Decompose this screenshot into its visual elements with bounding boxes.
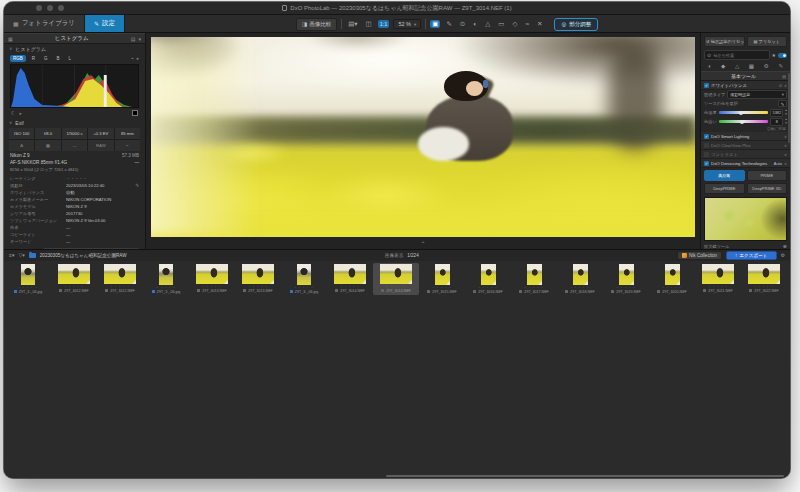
light-icon[interactable]: ◐ — [708, 63, 711, 69]
thumbnail[interactable] — [297, 264, 311, 285]
zoom-select[interactable]: 52 %▾ — [393, 19, 421, 29]
thumbnail[interactable] — [435, 264, 450, 285]
filmstrip-item[interactable]: ・・・・・ Z9T_3-_06.jpg — [143, 263, 189, 295]
expand-icon[interactable]: ▸ — [137, 56, 139, 61]
thumbnail[interactable] — [527, 264, 542, 285]
thumbnail[interactable] — [21, 264, 35, 285]
filmstrip-item[interactable]: ・・・・・ Z9T_3014.NEF — [327, 263, 373, 295]
thumbnail[interactable] — [104, 264, 136, 284]
thumbnail[interactable] — [334, 264, 366, 284]
right-panel-scrollbar[interactable] — [788, 73, 790, 143]
horizon-tool-icon[interactable]: △ — [483, 20, 492, 29]
histogram-section-row[interactable]: ∨ ヒストグラム — [4, 44, 145, 53]
filmstrip-item[interactable]: ・・・・・ Z9T_3022.NEF — [741, 263, 787, 295]
filmstrip-item[interactable]: ・・・・・ Z9T_3-_06.jpg — [281, 263, 327, 295]
sort-icon[interactable]: ≡▾ — [9, 252, 14, 258]
search-input[interactable] — [713, 53, 766, 58]
tint-value[interactable]: 8 — [770, 118, 783, 126]
denoise-preview[interactable] — [704, 197, 787, 241]
gear-icon[interactable]: ⚙ — [764, 63, 769, 69]
reset-corrections-button[interactable]: ↺ 補正設定のリセット — [704, 36, 745, 47]
one-to-one-button[interactable]: 1:1 — [378, 20, 390, 28]
filmstrip-item[interactable]: ・・・・・ Z9T_3020.NEF — [649, 263, 695, 295]
contrast-section[interactable]: コントラスト ∨ — [701, 150, 790, 159]
filmstrip-item[interactable]: ・・・・・ Z9T_3012.NEF — [97, 263, 143, 295]
channel-r[interactable]: R — [29, 55, 38, 62]
thumbnail[interactable] — [481, 264, 496, 285]
denoise-auto-tag[interactable]: Auto — [774, 161, 782, 166]
tint-slider[interactable] — [719, 120, 769, 123]
mode-deepprime[interactable]: DeepPRIME — [704, 183, 745, 194]
highlight-clip-swatch[interactable] — [132, 110, 138, 116]
current-folder[interactable]: 20230305なるはちゃん昭和記念公園RAW — [40, 253, 127, 258]
filmstrip-item[interactable]: ・・・・・ Z9T_3012.NEF — [51, 263, 97, 295]
wrench-icon[interactable]: ✎ — [778, 63, 783, 69]
basic-tools-header[interactable]: 基本ツール ▤ — [701, 71, 790, 81]
lighting-type-dropdown[interactable]: 撮影時設定▾ — [727, 90, 787, 99]
zoom-button[interactable] — [58, 5, 64, 11]
filter-funnel-icon[interactable]: ▽▾ — [18, 252, 24, 258]
thumbnail[interactable] — [573, 264, 588, 285]
detail-icon[interactable]: △ — [735, 63, 739, 69]
thumbnail[interactable] — [380, 264, 412, 284]
filmstrip-item[interactable]: ・・・・・ Z9T_3-_06.jpg — [5, 263, 51, 295]
filmstrip-item[interactable]: ・・・・・ Z9T_3017.NEF — [511, 263, 557, 295]
close-button[interactable] — [36, 5, 42, 11]
mode-prime[interactable]: PRIME — [747, 170, 788, 181]
channel-b[interactable]: B — [54, 55, 63, 62]
clipping-icon[interactable]: ◓ — [131, 56, 134, 61]
tab-customize[interactable]: ✎ 設定 — [85, 15, 125, 32]
split-view-icon[interactable]: ◫ — [364, 20, 374, 29]
minimize-button[interactable] — [47, 5, 53, 11]
redeye-tool-icon[interactable]: ⊙ — [458, 20, 467, 29]
thumbnail[interactable] — [242, 264, 274, 284]
temp-stepper[interactable]: ▴▾ — [785, 109, 787, 116]
filmstrip-item[interactable]: ・・・・・ Z9T_3013.NEF — [235, 263, 281, 295]
edit-pencil-icon[interactable]: ✎ — [135, 183, 139, 188]
mode-hq[interactable]: 高品質 — [704, 170, 745, 181]
channel-l[interactable]: L — [66, 55, 75, 62]
eyedropper-icon[interactable]: ✎ — [778, 100, 787, 107]
magnifier-icon[interactable]: ⊕ — [783, 243, 787, 249]
photo-canvas[interactable] — [151, 37, 695, 237]
local-adjust-button[interactable]: ◎部分調整 — [554, 18, 598, 31]
mode-deepprime-xd[interactable]: DeepPRIME XD — [747, 183, 788, 194]
thumbnail[interactable] — [159, 264, 173, 285]
correction-search[interactable]: ⊙ — [704, 50, 770, 60]
thumbnail[interactable] — [702, 264, 734, 284]
blur-tool-icon[interactable]: ≈ — [523, 20, 531, 29]
channel-g[interactable]: G — [41, 55, 51, 62]
favorite-star-icon[interactable]: ★ — [772, 52, 776, 58]
view-mode-icon[interactable]: ▤▾ — [346, 20, 359, 29]
menu-icon[interactable]: ▤ — [131, 36, 136, 42]
temp-slider[interactable] — [719, 111, 769, 114]
color-icon[interactable]: ◆ — [721, 63, 725, 69]
geometry-icon[interactable]: ▦ — [749, 63, 754, 69]
filmstrip-scrollbar[interactable] — [386, 475, 784, 477]
thumbnail[interactable] — [619, 264, 634, 285]
filmstrip-item[interactable]: ・・・・・ Z9T_3019.NEF — [603, 263, 649, 295]
tint-stepper[interactable]: ▴▾ — [785, 118, 787, 125]
filmstrip-item[interactable]: ・・・・・ Z9T_3015.NEF — [419, 263, 465, 295]
filmstrip-item[interactable]: ・・・・・ Z9T_3018.NEF — [557, 263, 603, 295]
temp-value[interactable]: 5382 — [770, 109, 783, 117]
clone-tool-icon[interactable]: ◇ — [510, 20, 519, 29]
channel-rgb[interactable]: RGB — [10, 55, 26, 62]
active-corrections-toggle[interactable] — [778, 53, 787, 58]
wb-reset-icon[interactable]: ↺ — [779, 83, 782, 88]
thumbnail[interactable] — [748, 264, 780, 284]
denoise-section[interactable]: ✓ DxO Denoising Technologies Auto ∨ — [701, 159, 790, 168]
crop-tool-icon[interactable]: ▣ — [430, 20, 440, 29]
filmstrip-item[interactable]: ・・・・・ Z9T_3021.NEF — [695, 263, 741, 295]
filmstrip-item[interactable]: ・・・・・ Z9T_3014.NEF — [373, 263, 419, 295]
white-balance-section[interactable]: ✓ ホワイトバランス ↺ ∨ — [701, 81, 790, 90]
tab-photolibrary[interactable]: ▦ フォトライブラリ — [4, 15, 85, 32]
smart-lighting-section[interactable]: ✓ DxO Smart Lighting ∨ — [701, 132, 790, 141]
filmstrip-collapse-handle[interactable]: ⌃ — [420, 241, 425, 247]
compare-button[interactable]: ◨画像比較 — [296, 18, 337, 31]
shadow-clip-icon[interactable]: ☾ — [11, 110, 15, 116]
exif-section-row[interactable]: ∨ Exif — [4, 118, 145, 127]
histogram-palette-header[interactable]: ▦ ヒストグラム ▤▾ — [4, 33, 145, 44]
thumbnail[interactable] — [58, 264, 90, 284]
export-settings-gear-icon[interactable]: ⚙ — [781, 252, 785, 258]
